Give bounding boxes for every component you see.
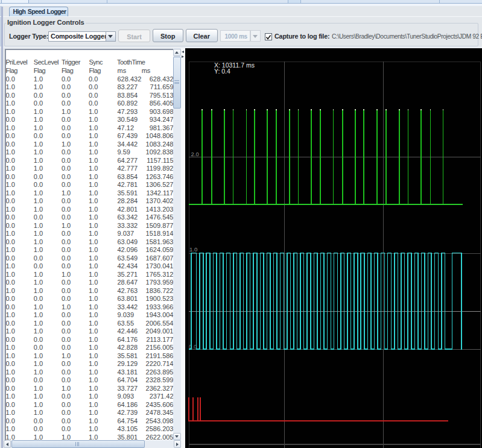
- svg-text:2.0: 2.0: [191, 151, 198, 157]
- svg-text:Y: 0.4: Y: 0.4: [214, 68, 230, 75]
- svg-text:1.0: 1.0: [189, 246, 197, 253]
